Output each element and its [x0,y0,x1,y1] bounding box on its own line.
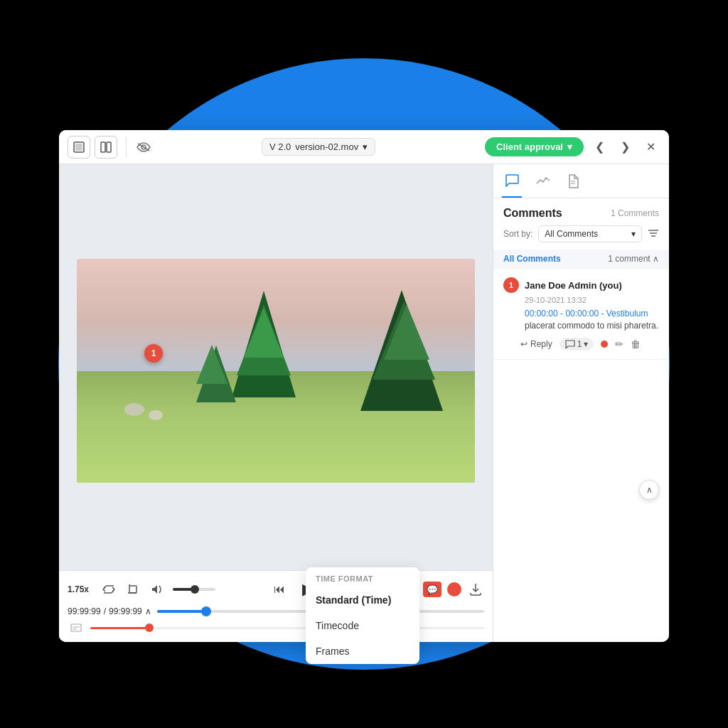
dropdown-header: TIME FORMAT [306,567,419,587]
sort-chevron-icon: ▾ [631,229,636,239]
toolbar-divider [126,137,127,157]
svg-rect-3 [107,142,111,152]
comment-avatar: 1 [503,277,519,293]
tab-comments[interactable] [502,164,522,198]
time-display[interactable]: 99:99:99 / 99:99:99 ∧ [68,606,151,616]
version-file: version-02.mov [295,141,358,152]
status-dot[interactable] [601,341,608,348]
app-window: V 2.0 version-02.mov ▾ Client approval ▾… [59,130,669,642]
filter-icon[interactable] [648,228,659,240]
sub-progress-bar[interactable] [90,627,484,629]
comment-icon-red[interactable]: 💬 [423,582,441,597]
video-frame: 1 [77,259,475,483]
progress-thumb [201,606,211,616]
panel-title: Comments [503,207,562,220]
loop-icon[interactable] [100,581,117,598]
volume-icon[interactable] [149,581,166,598]
tab-document[interactable] [564,164,582,198]
panel-tabs [493,164,669,198]
tree-left-top [196,345,228,384]
sort-value: All Comments [545,229,598,239]
current-time: 99:99:99 [68,606,101,616]
comment-text: placerat commodo to misi pharetra. [503,320,659,332]
tree-right-top [384,304,429,360]
right-panel: Comments 1 Comments Sort by: All Comment… [493,164,669,642]
single-view-icon[interactable] [68,136,90,159]
version-chevron-icon: ▾ [363,141,368,152]
close-button[interactable]: ✕ [641,137,660,157]
sort-select[interactable]: All Comments ▾ [538,225,642,242]
timecode-text: - Vestibulum [601,309,648,318]
approval-label: Client approval [496,141,563,152]
record-button[interactable] [447,582,461,596]
sub-bar-fill [90,627,149,629]
timecode-value: 00:00:00 - 00:00:00 [525,309,599,318]
volume-slider[interactable] [173,588,215,591]
total-time: 99:99:99 [109,606,142,616]
comment-header: 1 Jane Doe Admin (you) [503,277,659,293]
svg-rect-6 [129,586,136,593]
download-icon[interactable] [467,581,484,598]
comments-section: All Comments 1 comment ∧ 1 Jane Doe Admi… [493,250,669,642]
comment-timecode: 00:00:00 - 00:00:00 - Vestibulum [503,309,659,318]
approval-chevron-icon: ▾ [567,141,572,152]
version-label: V 2.0 [269,141,291,152]
scroll-top-button[interactable]: ∧ [639,480,659,500]
svg-rect-1 [75,144,82,151]
svg-rect-12 [71,624,81,631]
timeline-row: 99:99:99 / 99:99:99 ∧ [68,606,484,616]
volume-thumb [191,585,199,594]
comment-date: 29-10-2021 13:32 [503,296,659,304]
reply-count-button[interactable]: 1 ▾ [560,338,594,350]
tab-activity[interactable] [533,164,553,198]
comment-author: Jane Doe Admin (you) [525,280,622,291]
delete-button[interactable]: 🗑 [631,338,641,350]
panel-header: Comments 1 Comments [493,198,669,225]
group-label: All Comments [503,254,561,264]
toolbar-center: V 2.0 version-02.mov ▾ [158,138,479,156]
client-approval-button[interactable]: Client approval ▾ [485,137,584,156]
comment-marker-1[interactable]: 1 [144,344,163,363]
reply-icon: ↩ [520,339,528,349]
edit-button[interactable]: ✏ [615,338,623,350]
compare-view-icon[interactable] [95,136,117,159]
sort-label: Sort by: [503,229,532,239]
comment-item: 1 Jane Doe Admin (you) 29-10-2021 13:32 … [493,269,669,360]
playback-controls: 1.75x [68,577,484,602]
subtitle-icon[interactable] [68,619,85,636]
sub-marker [145,623,154,632]
crop-icon[interactable] [124,581,141,598]
controls-area: 1.75x [59,570,493,642]
next-nav-button[interactable]: ❯ [615,137,635,157]
toolbar: V 2.0 version-02.mov ▾ Client approval ▾… [59,130,669,164]
video-placeholder [77,259,475,483]
video-area: 1 1.75x [59,164,493,642]
reply-button[interactable]: ↩ Reply [520,339,552,349]
time-format-standard[interactable]: Standard (Time) [306,587,419,613]
svg-rect-2 [101,142,105,152]
visibility-toggle-icon[interactable] [135,139,152,156]
time-format-timecode[interactable]: Timecode [306,613,419,638]
reply-label: Reply [530,339,552,349]
sort-row: Sort by: All Comments ▾ [493,225,669,250]
comments-group-header: All Comments 1 comment ∧ [493,250,669,269]
group-chevron-icon: ∧ [653,254,659,264]
time-format-frames[interactable]: Frames [306,638,419,664]
version-selector[interactable]: V 2.0 version-02.mov ▾ [262,138,375,156]
reply-count-chevron: ▾ [584,339,588,349]
time-chevron-icon: ∧ [145,606,151,616]
comments-count-badge: 1 Comments [611,208,659,218]
rewind-button[interactable]: ⏮ [271,581,288,598]
prev-nav-button[interactable]: ❮ [589,137,609,157]
group-count[interactable]: 1 comment ∧ [608,254,659,264]
time-format-dropdown: TIME FORMAT Standard (Time) Timecode Fra… [306,567,419,664]
comment-actions: ↩ Reply 1 ▾ ✏ 🗑 [503,338,659,350]
progress-fill [157,610,206,613]
toolbar-left [68,136,117,159]
tree-main-top [244,308,284,358]
video-container: 1 [59,164,493,570]
toolbar-right: Client approval ▾ ❮ ❯ ✕ [485,137,660,157]
sub-timeline [68,619,484,636]
speed-label[interactable]: 1.75x [68,584,93,594]
